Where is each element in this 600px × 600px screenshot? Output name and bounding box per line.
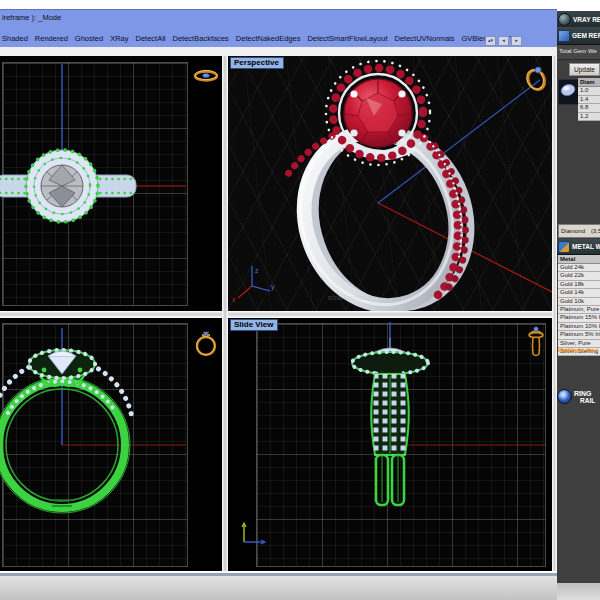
metal-table-row[interactable]: Platinum, Pure	[558, 306, 600, 314]
ring-front-view-model	[0, 318, 222, 571]
command-option[interactable]: XRay	[110, 34, 128, 43]
viewport-slide-view[interactable]: Slide View	[228, 318, 552, 571]
command-scroll-controls: ▴▾ ◂ ▸	[485, 36, 522, 46]
command-option[interactable]: DetectBackfaces	[173, 34, 229, 43]
command-option[interactable]: DetectSmartFlowLayout	[307, 34, 387, 43]
gem-table-header: Diam	[578, 78, 600, 87]
view-ring-icon-top	[192, 62, 220, 90]
metal-table-row[interactable]: Gold 10k	[558, 298, 600, 306]
command-option[interactable]: DetectNakedEdges	[236, 34, 301, 43]
command-option[interactable]: Rendered	[35, 34, 68, 43]
viewport-label-perspective[interactable]: Perspective	[230, 57, 284, 69]
update-button[interactable]: Update	[569, 63, 600, 76]
side-panel: VRAY REN GEM REPO Total Gem We Update Di…	[557, 0, 600, 600]
axis-triad: z y x	[232, 266, 275, 303]
viewport-front-view[interactable]	[0, 318, 222, 571]
ring-double-band-side	[376, 455, 404, 505]
vray-header-label: VRAY REN	[573, 16, 600, 23]
ring-subheader-label: RAIL	[580, 397, 595, 404]
command-area-gap	[0, 47, 557, 56]
view-ring-icon-perspective	[522, 64, 550, 92]
command-bar: ireframe ): _Mode ShadedRenderedGhostedX…	[0, 9, 600, 49]
gem-dropdown-name: Diamond	[559, 225, 585, 237]
vray-sphere-icon	[558, 13, 571, 26]
metal-table-rows: Gold 24kGold 22kGold 18kGold 14kGold 10k…	[558, 264, 600, 356]
metal-weight-header[interactable]: METAL W	[557, 239, 600, 255]
metal-scale-icon	[558, 241, 570, 253]
total-gem-weight-label: Total Gem We	[557, 45, 600, 60]
svg-text:x: x	[232, 296, 236, 303]
gem-table-row[interactable]: 1.0	[578, 87, 600, 96]
center-stone	[344, 79, 412, 147]
viewport-perspective[interactable]: z y x Perspective shutterstock	[228, 56, 552, 311]
metal-table-row[interactable]: Gold 22k	[558, 272, 600, 280]
gem-report-label: GEM REPO	[572, 32, 600, 39]
watermark: shutterstock	[328, 294, 372, 301]
ring-shank-side	[371, 374, 409, 455]
view-ring-icon-front	[192, 326, 220, 360]
metal-table-row[interactable]: Platinum 15% Irid	[558, 314, 600, 322]
viewport-separator-horizontal[interactable]	[0, 311, 557, 318]
ring-band-top	[0, 150, 136, 222]
metal-table-header: Metal	[558, 255, 600, 264]
gem-thumbnail	[558, 79, 580, 105]
viewport-label-slide-view[interactable]: Slide View	[230, 319, 278, 331]
metal-table-row[interactable]: Platinum 5% Irid	[558, 331, 600, 339]
ring-rails-header[interactable]: RING RAIL	[557, 388, 600, 412]
metal-weight-table: Metal Gold 24kGold 22kGold 18kGold 14kGo…	[558, 255, 600, 356]
viewport-area: z y x Perspective shutterstock	[0, 56, 557, 571]
vray-render-header[interactable]: VRAY REN	[557, 11, 600, 28]
viewport-top-view[interactable]	[0, 56, 222, 311]
metal-weight-label: METAL W	[572, 243, 600, 250]
command-option[interactable]: DetectAll	[136, 34, 166, 43]
scroll-right-icon[interactable]: ▸	[511, 36, 522, 46]
metal-table-row[interactable]: Gold 18k	[558, 281, 600, 289]
command-prompt: ireframe ): _Mode	[2, 13, 61, 22]
gem-table-row[interactable]: 1.2	[578, 113, 600, 122]
gem-icon	[558, 30, 570, 42]
gem-table-row[interactable]: 1.4	[578, 96, 600, 105]
ring-side-view-model	[228, 318, 552, 571]
command-option[interactable]: DetectUVNormals	[394, 34, 454, 43]
gem-table-row[interactable]: 6.8	[578, 104, 600, 113]
gem-dropdown-value: (3.5	[591, 225, 600, 237]
metal-table-row[interactable]: Gold 14k	[558, 289, 600, 297]
scroll-left-icon[interactable]: ◂	[498, 36, 509, 46]
status-bar	[0, 571, 557, 600]
command-option[interactable]: Ghosted	[75, 34, 103, 43]
ring-header-label: RING	[574, 390, 595, 397]
command-area: ireframe ): _Mode ShadedRenderedGhostedX…	[0, 0, 600, 56]
scroll-spin-icon[interactable]: ▴▾	[485, 36, 496, 46]
gem-report-header[interactable]: GEM REPO	[557, 27, 600, 45]
gem-table-rows: 1.01.46.81.2	[578, 87, 600, 121]
ruby-ring-render: z y x	[228, 56, 552, 311]
svg-text:z: z	[255, 267, 259, 274]
highlight-note: Highlight the i	[558, 347, 600, 353]
ring-top-view-model	[0, 56, 222, 311]
metal-table-row[interactable]: Platinum 10% Irid	[558, 323, 600, 331]
gem-report-table: Diam 1.01.46.81.2	[578, 78, 600, 121]
command-options: ShadedRenderedGhostedXRayDetectAllDetect…	[2, 27, 512, 45]
app-window: ireframe ): _Mode ShadedRenderedGhostedX…	[0, 0, 600, 600]
panel-bottom-strip	[557, 583, 600, 600]
gem-type-dropdown[interactable]: Diamond (3.5	[558, 224, 600, 238]
metal-table-row[interactable]: Gold 24k	[558, 264, 600, 272]
view-ring-icon-side	[522, 324, 550, 360]
axis-triad-2d	[242, 523, 265, 544]
command-option[interactable]: Shaded	[2, 34, 28, 43]
torus-icon	[557, 389, 572, 404]
ring-band-front	[0, 359, 132, 513]
panel-top-strip	[557, 0, 600, 11]
svg-text:y: y	[271, 283, 275, 291]
